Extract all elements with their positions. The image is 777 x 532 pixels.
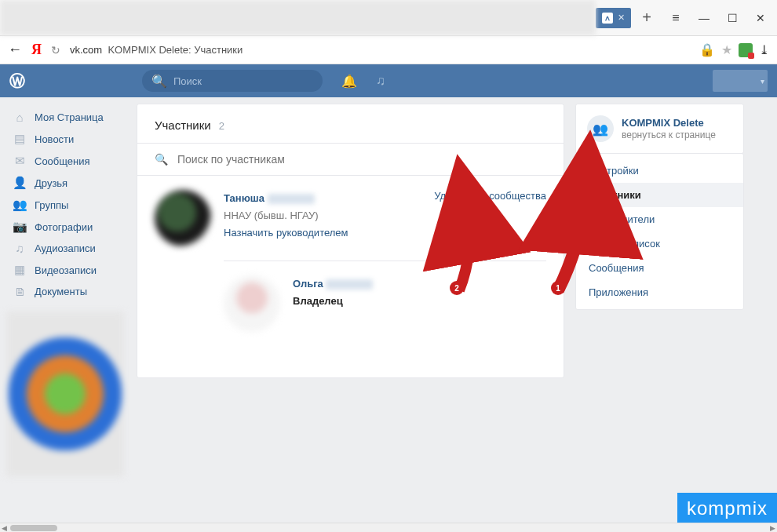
home-icon: ⌂	[13, 111, 27, 124]
annotation-badge-1: 1	[551, 281, 565, 295]
window-controls: ≡ — ☐ ✕	[659, 0, 777, 35]
avatar[interactable]	[155, 190, 211, 246]
members-search-input[interactable]	[177, 153, 546, 166]
nav-label: Группы	[35, 199, 68, 211]
scroll-right-icon[interactable]: ▶	[768, 524, 777, 532]
search-icon: 🔍	[151, 74, 167, 89]
menu-members[interactable]: Участники	[576, 183, 743, 207]
camera-icon: 📷	[13, 220, 27, 234]
member-row: Танюша ННАУ (бывш. НГАУ) Назначить руков…	[137, 176, 564, 261]
group-icon: 👥	[13, 198, 27, 212]
maximize-button[interactable]: ☐	[725, 12, 739, 24]
audio-icon: ♫	[13, 242, 27, 255]
avatar[interactable]	[224, 275, 280, 332]
horizontal-scrollbar[interactable]: ◀ ▶	[0, 523, 777, 532]
members-count: 2	[219, 120, 224, 132]
active-tab[interactable]: ʌ ✕	[596, 8, 631, 28]
close-window-button[interactable]: ✕	[753, 12, 768, 24]
nav-my-page[interactable]: ⌂Моя Страница	[6, 107, 137, 128]
vk-search[interactable]: 🔍	[142, 70, 323, 92]
search-icon: 🔍	[155, 153, 168, 166]
new-tab-button[interactable]: +	[634, 9, 659, 27]
nav-photos[interactable]: 📷Фотографии	[6, 216, 137, 238]
member-subtitle: ННАУ (бывш. НГАУ)	[224, 207, 421, 224]
member-name[interactable]: Танюша	[224, 192, 264, 204]
watermark: kompmix	[677, 493, 777, 523]
right-sidebar: 👥 KOMPMIX Delete вернуться к странице На…	[575, 104, 744, 310]
music-icon[interactable]: ♫	[376, 74, 385, 89]
vk-logo[interactable]: Ⓦ	[9, 71, 24, 92]
minimize-button[interactable]: —	[697, 12, 711, 24]
nav-label: Новости	[35, 133, 74, 145]
vk-search-input[interactable]	[173, 75, 313, 87]
nav-groups[interactable]: 👥Группы	[6, 194, 137, 216]
yandex-logo[interactable]: Я	[31, 42, 42, 58]
owner-label: Владелец	[293, 293, 546, 310]
close-tab-icon[interactable]: ✕	[618, 13, 625, 23]
nav-messages[interactable]: ✉Сообщения	[6, 150, 137, 172]
nav-label: Документы	[35, 286, 87, 297]
notifications-icon[interactable]: 🔔	[341, 74, 357, 89]
news-icon: ▤	[13, 132, 27, 146]
member-name[interactable]: Ольга	[293, 278, 323, 290]
blurred-surname	[268, 194, 315, 204]
star-icon[interactable]: ★	[721, 42, 732, 57]
nav-label: Видеозаписи	[35, 264, 97, 276]
menu-icon[interactable]: ≡	[669, 11, 683, 25]
address-text[interactable]: vk.com KOMPMIX Delete: Участники	[70, 44, 690, 56]
group-avatar-icon: 👥	[587, 115, 614, 142]
video-icon: ▦	[13, 263, 27, 277]
url-domain: vk.com	[70, 44, 102, 56]
card-title: Участники 2	[137, 104, 564, 144]
user-icon: 👤	[13, 176, 27, 190]
lock-icon[interactable]: 🔒	[699, 42, 715, 57]
annotation-badge-2: 2	[450, 281, 464, 295]
group-header: 👥 KOMPMIX Delete вернуться к странице	[576, 104, 743, 153]
address-bar: ← Я ↻ vk.com KOMPMIX Delete: Участники 🔒…	[0, 36, 777, 64]
nav-label: Аудиозаписи	[35, 242, 96, 254]
inactive-tabs-blur	[0, 0, 596, 35]
back-to-page-link[interactable]: вернуться к странице	[622, 129, 716, 140]
card-title-text: Участники	[155, 118, 211, 132]
nav-friends[interactable]: 👤Друзья	[6, 172, 137, 194]
menu-settings[interactable]: Настройки	[576, 159, 743, 183]
nav-docs[interactable]: 🗎Документы	[6, 281, 137, 302]
scroll-left-icon[interactable]: ◀	[0, 524, 9, 532]
chevron-down-icon: ▾	[761, 77, 764, 86]
doc-icon: 🗎	[13, 285, 27, 298]
members-search-row[interactable]: 🔍	[137, 144, 564, 176]
download-icon[interactable]: ⤓	[759, 42, 769, 57]
nav-label: Сообщения	[35, 155, 90, 167]
members-card: Участники 2 🔍 Танюша ННАУ (бывш. НГАУ) Н…	[137, 104, 564, 378]
page-content: ⌂Моя Страница ▤Новости ✉Сообщения 👤Друзь…	[0, 97, 777, 532]
blurred-surname	[326, 279, 373, 290]
browser-tab-bar: ʌ ✕ + ≡ — ☐ ✕	[0, 0, 777, 36]
reload-button[interactable]: ↻	[51, 44, 60, 56]
url-title: KOMPMIX Delete: Участники	[108, 44, 243, 56]
member-row: Ольга Владелец	[224, 261, 546, 346]
vk-header: Ⓦ 🔍 🔔 ♫ ▾	[0, 64, 777, 97]
nav-label: Моя Страница	[35, 111, 104, 123]
nav-audio[interactable]: ♫Аудиозаписи	[6, 238, 137, 259]
group-name-link[interactable]: KOMPMIX Delete	[622, 117, 716, 130]
menu-messages[interactable]: Сообщения	[576, 256, 743, 280]
message-icon: ✉	[13, 154, 27, 168]
menu-managers[interactable]: Руководители	[576, 207, 743, 231]
sidebar-ad-block	[6, 312, 124, 476]
assign-manager-link[interactable]: Назначить руководителем	[224, 224, 421, 242]
menu-blacklist[interactable]: Чёрный список	[576, 231, 743, 256]
remove-member-link[interactable]: Удалить из сообщества	[434, 190, 546, 246]
nav-video[interactable]: ▦Видеозаписи	[6, 259, 137, 281]
scroll-thumb[interactable]	[10, 525, 57, 531]
menu-apps[interactable]: Приложения	[576, 280, 743, 304]
left-nav: ⌂Моя Страница ▤Новости ✉Сообщения 👤Друзь…	[6, 104, 137, 532]
nav-label: Друзья	[35, 177, 67, 189]
extension-icon[interactable]	[739, 43, 753, 57]
nav-label: Фотографии	[35, 221, 93, 233]
nav-news[interactable]: ▤Новости	[6, 128, 137, 150]
back-button[interactable]: ←	[8, 42, 22, 58]
profile-menu[interactable]: ▾	[713, 70, 768, 92]
vk-favicon: ʌ	[602, 13, 613, 24]
